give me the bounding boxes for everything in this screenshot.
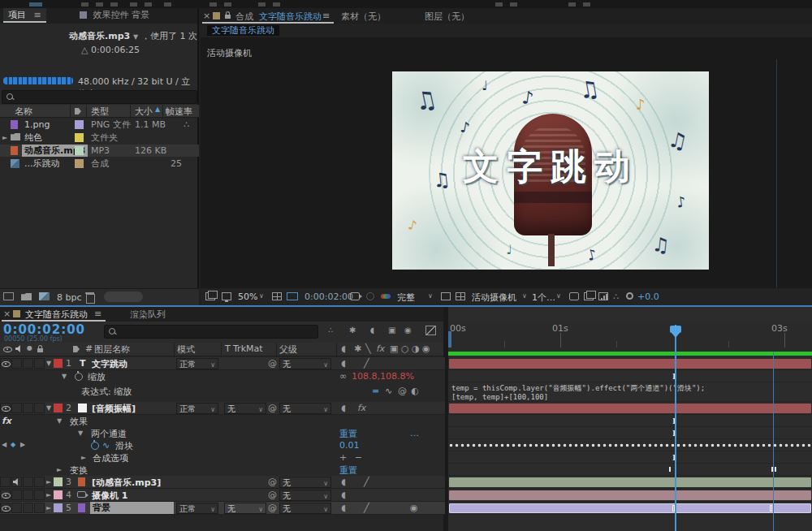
quality-slash-switch[interactable]: ╱ <box>364 477 369 487</box>
switch-adjustment-icon[interactable]: ◑ <box>412 343 420 354</box>
parent-dropdown[interactable]: 无∨ <box>279 490 331 501</box>
quality-switch[interactable]: ◖ <box>341 503 346 513</box>
lock-column-icon[interactable] <box>37 348 43 352</box>
expander-icon[interactable]: ► <box>46 491 51 499</box>
property-name[interactable]: 滑块 <box>115 440 133 452</box>
chevron-down-icon[interactable]: ∨ <box>556 292 561 300</box>
transparency-grid-icon[interactable] <box>456 292 465 300</box>
expression-pickwhip-icon[interactable]: @ <box>398 386 407 396</box>
mask-visibility-icon[interactable] <box>287 292 298 300</box>
table-row-selected[interactable]: 动感音乐.mp3 MP3 126 KB <box>0 145 199 157</box>
pixel-aspect-icon[interactable] <box>569 292 579 300</box>
layer-color-swatch[interactable] <box>54 477 63 486</box>
label-swatch[interactable] <box>75 159 84 168</box>
view-layout-dropdown[interactable]: 1个… <box>532 291 555 304</box>
expander-icon[interactable]: ▼ <box>57 417 62 425</box>
expression-graph-icon[interactable]: ∿ <box>385 386 392 396</box>
group-name[interactable]: 变换 <box>70 464 88 477</box>
quality-switch[interactable]: ◖ <box>341 477 346 487</box>
expander-icon[interactable]: ► <box>46 478 51 486</box>
add-remove-buttons[interactable]: + − <box>339 452 365 463</box>
keyframe-toggle-icon[interactable]: ◆ <box>11 441 15 448</box>
expression-row[interactable]: 表达式: 缩放 = ∿ @ ◐ <box>0 382 445 402</box>
sort-ascending-icon[interactable]: ▲ <box>155 106 160 113</box>
parent-pickwhip-icon[interactable]: @ <box>268 403 277 413</box>
blend-mode-dropdown[interactable]: 正常∨ <box>176 403 218 414</box>
parent-pickwhip-icon[interactable]: @ <box>268 477 277 487</box>
close-icon[interactable]: × <box>203 11 210 21</box>
exposure-gear-icon[interactable] <box>626 292 633 300</box>
view-dropdown[interactable]: 活动摄像机 <box>472 291 516 304</box>
tab-effect-controls[interactable]: 效果控件 背景 <box>75 8 154 23</box>
eye-icon[interactable] <box>2 493 11 499</box>
table-row[interactable]: 1.png PNG 文件 1.1 MB ∴ <box>0 119 199 131</box>
layer-color-swatch[interactable] <box>54 404 63 412</box>
fast-preview-icon[interactable] <box>584 292 594 300</box>
delete-icon[interactable] <box>86 294 95 304</box>
next-keyframe-icon[interactable]: ▶ <box>20 441 25 448</box>
col-parent[interactable]: 父级 <box>279 343 297 356</box>
layer-bar-background-selected[interactable] <box>449 503 811 513</box>
layer-row-text[interactable]: ▼ 1 T 文字跳动 正常∨ @ 无∨ ◖ ╱ <box>0 357 445 370</box>
region-of-interest-icon[interactable] <box>441 292 451 300</box>
expression-enable-icon[interactable]: = <box>372 386 379 396</box>
label-swatch[interactable] <box>75 133 84 142</box>
layer-row-music[interactable]: ► 3 [动感音乐.mp3] @ 无∨ ◖ ╱ <box>0 476 445 489</box>
timeline-chart-icon[interactable] <box>598 292 608 300</box>
comp-mini-flowchart-icon[interactable]: ∴ <box>328 326 339 335</box>
layer-row-audio-amplitude[interactable]: ▼ 2 [音频振幅] 正常∨ 无∨ @ 无∨ ◖ fx <box>0 402 445 415</box>
col-name[interactable]: 名称 <box>15 106 32 118</box>
lock-icon[interactable] <box>225 15 231 19</box>
layer-bar-camera[interactable] <box>449 490 811 500</box>
viewer-timecode[interactable]: 0:00:02:00 <box>304 291 353 302</box>
close-icon[interactable]: × <box>3 309 11 319</box>
layer-row-background-selected[interactable]: ► 5 背景 正常∨ 无∨ @ 无∨ ◖ ╱ ◉ <box>0 502 445 515</box>
layer-bar-music[interactable] <box>449 477 811 487</box>
property-row-slider[interactable]: ◀ ◆ ▶ ∿ 滑块 0.01 <box>0 439 445 451</box>
property-row-scale[interactable]: ▼ 缩放 ∞ 108.8,108.8% <box>0 370 445 382</box>
trkmat-dropdown[interactable]: 无∨ <box>224 503 266 514</box>
frame-blending-icon[interactable]: ▣ <box>388 326 399 335</box>
playhead-line[interactable] <box>675 325 676 531</box>
parent-pickwhip-icon[interactable]: @ <box>268 358 277 369</box>
table-row[interactable]: ► 纯色 文件夹 <box>0 132 199 144</box>
label-swatch[interactable] <box>75 120 84 129</box>
parent-dropdown[interactable]: 无∨ <box>279 403 331 414</box>
col-mode[interactable]: 模式 <box>177 343 195 356</box>
switch-3d-icon[interactable]: ◉ <box>422 343 430 354</box>
eye-icon[interactable] <box>2 506 11 512</box>
expander-icon[interactable]: ► <box>57 466 62 473</box>
stopwatch-icon-active[interactable] <box>91 442 99 450</box>
link-dimensions-icon[interactable]: ∞ <box>339 371 347 382</box>
label-swatch[interactable] <box>75 146 84 155</box>
tab-project[interactable]: 项目 ≡ <box>3 8 46 23</box>
expander-icon[interactable]: ▼ <box>46 404 51 412</box>
label-column-icon[interactable] <box>73 346 80 352</box>
group-row-transform[interactable]: ► 变换 重置 <box>0 464 445 476</box>
expander-icon[interactable]: ► <box>81 454 86 461</box>
audio-column-icon[interactable] <box>15 345 23 352</box>
project-search-input[interactable] <box>2 90 197 104</box>
parent-pickwhip-icon[interactable]: @ <box>268 503 277 513</box>
eye-icon[interactable] <box>2 406 11 412</box>
trkmat-dropdown[interactable]: 无∨ <box>224 403 266 414</box>
tab-footage[interactable]: 素材（无） <box>341 11 386 23</box>
parent-dropdown[interactable]: 无∨ <box>279 358 331 369</box>
number-column-icon[interactable]: # <box>85 343 93 354</box>
bit-depth-label[interactable]: 8 bpc <box>57 292 82 303</box>
time-ruler[interactable]: 00s 01s 03s <box>448 322 812 352</box>
expression-text-line2[interactable]: [temp, temp]+[100,100] <box>451 393 548 402</box>
effect-name[interactable]: 两个通道 <box>91 428 127 440</box>
timeline-track-area[interactable]: 00s 01s 03s <box>448 307 812 531</box>
effect-row-both-channels[interactable]: ▼ 两个通道 重置 … <box>0 427 445 439</box>
flowchart-icon[interactable]: ∴ <box>613 291 619 302</box>
timeline-search-input[interactable] <box>104 325 318 339</box>
parent-pickwhip-icon[interactable]: @ <box>268 490 277 500</box>
expander-icon[interactable]: ▼ <box>46 360 51 367</box>
new-folder-icon[interactable] <box>21 293 32 300</box>
chevron-down-icon[interactable]: ∨ <box>259 292 264 300</box>
expression-text-line1[interactable]: temp = thisComp.layer("音频振幅").effect("两个… <box>451 384 705 393</box>
exposure-value[interactable]: +0.0 <box>637 291 659 302</box>
switch-shy-icon[interactable]: ◖ <box>341 343 346 354</box>
viewer-stage[interactable]: 活动摄像机 ♫ ♪ ♫ ♪ ♩ ♪ ♫ ♪ ♫ ♪ ♫ <box>201 37 812 287</box>
